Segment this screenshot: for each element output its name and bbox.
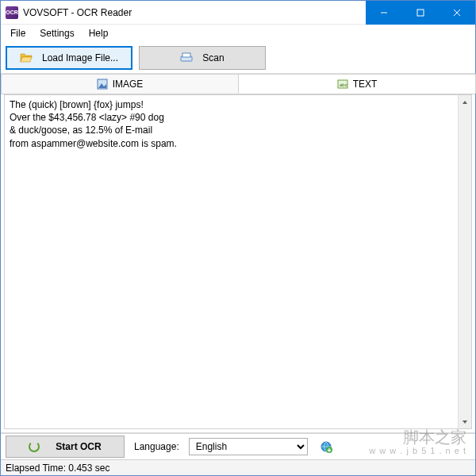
minimize-icon: [380, 9, 388, 17]
language-label: Language:: [134, 441, 179, 452]
vertical-scrollbar[interactable]: [458, 95, 471, 428]
tab-text-label: TEXT: [353, 79, 378, 90]
app-window: OCR VOVSOFT - OCR Reader File Settings H…: [0, 0, 476, 476]
text-icon: abc: [337, 79, 348, 90]
language-select[interactable]: English: [189, 438, 308, 455]
start-ocr-button[interactable]: Start OCR: [6, 436, 125, 458]
menu-help[interactable]: Help: [83, 26, 115, 40]
scan-button[interactable]: Scan: [139, 46, 266, 70]
scroll-down-icon[interactable]: [459, 415, 471, 428]
scan-label: Scan: [202, 52, 224, 63]
globe-icon: [320, 440, 332, 453]
content-area: [4, 94, 472, 429]
titlebar: OCR VOVSOFT - OCR Reader: [1, 1, 475, 25]
elapsed-time: Elapsed Time: 0.453 sec: [6, 463, 109, 474]
menu-settings[interactable]: Settings: [33, 26, 80, 40]
svg-marker-10: [463, 101, 467, 104]
close-icon: [453, 9, 461, 17]
minimize-button[interactable]: [366, 1, 402, 25]
svg-rect-1: [417, 10, 424, 16]
tab-text[interactable]: abc TEXT: [238, 74, 476, 94]
load-image-button[interactable]: Load Image File...: [6, 46, 132, 70]
window-controls: [366, 1, 475, 24]
tab-bar: IMAGE abc TEXT: [1, 74, 475, 94]
close-button[interactable]: [439, 1, 475, 25]
load-image-label: Load Image File...: [42, 52, 118, 63]
svg-text:abc: abc: [340, 83, 347, 87]
window-title: VOVSOFT - OCR Reader: [23, 7, 366, 18]
tab-image[interactable]: IMAGE: [1, 74, 239, 94]
toolbar: Load Image File... Scan: [1, 42, 475, 74]
language-download-button[interactable]: [317, 438, 335, 455]
spinner-icon: [29, 441, 40, 452]
svg-marker-11: [463, 420, 467, 424]
bottom-bar: Start OCR Language: English: [1, 432, 475, 459]
menu-file[interactable]: File: [4, 26, 32, 40]
svg-rect-5: [182, 53, 190, 57]
image-icon: [97, 79, 108, 90]
scroll-up-icon[interactable]: [459, 95, 471, 109]
maximize-icon: [416, 9, 424, 17]
folder-open-icon: [20, 52, 33, 64]
menubar: File Settings Help: [1, 25, 475, 42]
app-icon: OCR: [6, 6, 18, 19]
tab-image-label: IMAGE: [113, 79, 144, 90]
ocr-text-output[interactable]: [5, 95, 458, 428]
start-ocr-label: Start OCR: [56, 441, 101, 452]
status-bar: Elapsed Time: 0.453 sec: [1, 459, 475, 475]
maximize-button[interactable]: [402, 1, 439, 25]
scanner-icon: [180, 52, 193, 64]
